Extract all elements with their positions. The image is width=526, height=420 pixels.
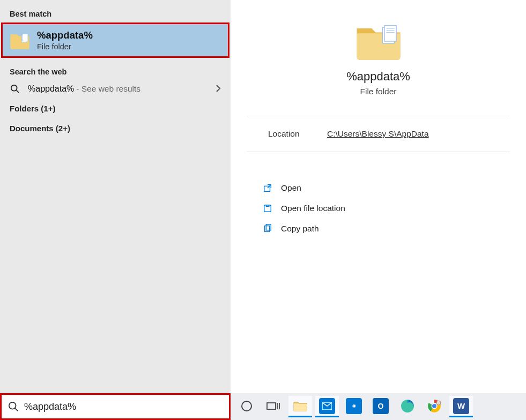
documents-group[interactable]: Documents (2+) bbox=[0, 118, 231, 138]
svg-rect-5 bbox=[384, 26, 396, 41]
web-result-text: %appdata% bbox=[28, 84, 74, 94]
taskbar: ◉ O W bbox=[231, 393, 526, 420]
svg-rect-11 bbox=[266, 205, 269, 207]
web-header: Search the web bbox=[0, 63, 231, 79]
svg-point-16 bbox=[242, 401, 251, 411]
svg-rect-17 bbox=[267, 403, 276, 409]
svg-rect-12 bbox=[265, 226, 270, 232]
copy-path-action[interactable]: Copy path bbox=[262, 219, 510, 239]
best-match-item[interactable]: %appdata% File folder bbox=[1, 22, 229, 58]
dell-app-taskbar[interactable]: ◉ bbox=[342, 396, 366, 417]
svg-rect-20 bbox=[294, 404, 307, 411]
folders-group[interactable]: Folders (1+) bbox=[0, 99, 231, 118]
edge-taskbar[interactable] bbox=[396, 396, 419, 417]
location-path[interactable]: C:\Users\Blessy S\AppData bbox=[327, 129, 429, 139]
word-taskbar[interactable]: W bbox=[449, 396, 473, 417]
open-action[interactable]: Open bbox=[262, 178, 510, 198]
task-view-button[interactable] bbox=[262, 396, 285, 417]
open-file-location-action[interactable]: Open file location bbox=[262, 198, 510, 219]
open-icon bbox=[262, 182, 273, 194]
divider bbox=[247, 152, 510, 152]
search-icon bbox=[8, 401, 19, 412]
svg-rect-10 bbox=[264, 205, 271, 212]
divider bbox=[247, 116, 510, 116]
chrome-taskbar[interactable] bbox=[423, 396, 446, 417]
file-explorer-taskbar[interactable] bbox=[288, 396, 312, 417]
preview-subtitle: File folder bbox=[360, 87, 396, 96]
copy-path-label: Copy path bbox=[281, 224, 319, 234]
svg-point-14 bbox=[9, 402, 16, 409]
preview-panel: %appdata% File folder Location C:\Users\… bbox=[231, 0, 526, 393]
cortana-button[interactable] bbox=[235, 396, 258, 417]
folder-icon bbox=[9, 31, 31, 50]
search-icon bbox=[10, 84, 20, 94]
location-row: Location C:\Users\Blessy S\AppData bbox=[247, 126, 510, 142]
outlook-taskbar[interactable]: O bbox=[369, 396, 392, 417]
best-match-title: %appdata% bbox=[37, 29, 93, 41]
search-input[interactable] bbox=[24, 401, 223, 412]
location-label: Location bbox=[268, 129, 327, 139]
search-results-panel: Best match %appdata% File folder Search … bbox=[0, 0, 231, 393]
web-result-item[interactable]: %appdata% - See web results bbox=[0, 79, 231, 99]
search-box[interactable] bbox=[0, 393, 231, 420]
chevron-right-icon bbox=[216, 85, 221, 94]
open-location-icon bbox=[262, 202, 273, 214]
svg-point-2 bbox=[11, 85, 17, 91]
open-action-label: Open bbox=[281, 183, 301, 193]
svg-rect-13 bbox=[266, 224, 271, 230]
mail-taskbar[interactable] bbox=[315, 396, 339, 417]
svg-point-27 bbox=[432, 404, 436, 408]
copy-icon bbox=[262, 223, 273, 235]
best-match-header: Best match bbox=[0, 5, 231, 21]
svg-point-28 bbox=[436, 401, 441, 405]
svg-rect-1 bbox=[23, 34, 28, 41]
preview-title: %appdata% bbox=[346, 70, 410, 84]
svg-line-3 bbox=[17, 91, 19, 93]
folder-large-icon bbox=[354, 20, 403, 62]
best-match-subtitle: File folder bbox=[37, 42, 93, 51]
web-result-hint: - See web results bbox=[76, 84, 140, 94]
svg-line-15 bbox=[15, 408, 18, 411]
open-file-location-label: Open file location bbox=[281, 204, 345, 213]
